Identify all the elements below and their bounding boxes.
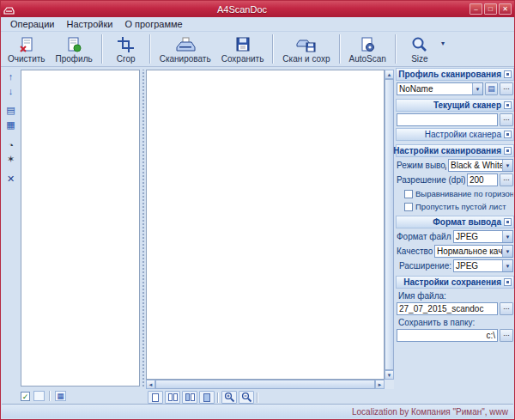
size-button-label: Size: [411, 54, 427, 64]
chevron-down-icon[interactable]: ▼: [472, 83, 482, 94]
output-mode-combo[interactable]: Black & White ▼: [448, 159, 513, 172]
thumbnail-grid-button[interactable]: ▦: [55, 391, 66, 401]
thumbnail-page-button[interactable]: [33, 391, 45, 401]
profile-combo[interactable]: NoName ▼: [397, 82, 483, 95]
clear-button[interactable]: Очистить: [3, 33, 51, 65]
toolbar-separator: [257, 393, 258, 403]
profile-browse-button[interactable]: ...: [500, 82, 513, 95]
scanner-settings-bar[interactable]: Настройки сканера: [396, 128, 514, 141]
toolbar-separator: [272, 34, 274, 64]
toolbar-separator: [101, 34, 103, 64]
skip-blank-checkbox[interactable]: [404, 203, 413, 211]
view-toolbar: [148, 391, 259, 404]
profile-section-header: Профиль сканирования: [396, 68, 514, 81]
scan-button[interactable]: Сканировать: [154, 33, 216, 65]
quality-value: Нормальное качество: [435, 246, 502, 257]
view-two-pages-button[interactable]: [165, 391, 180, 404]
panel-splitter[interactable]: [141, 70, 145, 387]
minimize-button[interactable]: –: [470, 3, 482, 15]
save-page-button[interactable]: ▤: [3, 104, 18, 117]
effects-button[interactable]: ✶: [3, 153, 18, 166]
vertical-scrollbar[interactable]: ▲ ▼: [385, 70, 394, 380]
save-button[interactable]: Сохранить: [216, 33, 270, 65]
chevron-down-icon[interactable]: ▼: [502, 160, 512, 171]
scan-settings-title: Настройки сканирования: [393, 146, 501, 155]
crop-button[interactable]: Crop: [106, 33, 146, 65]
zoom-out-button[interactable]: [239, 391, 254, 404]
scanner-combo[interactable]: [397, 113, 498, 126]
size-button[interactable]: Size: [400, 33, 439, 65]
window-titlebar: A4ScanDoc – □ ✕: [1, 1, 514, 17]
align-horizontal-checkbox[interactable]: [404, 190, 413, 198]
scroll-down-button[interactable]: ▼: [385, 370, 394, 380]
preview-canvas[interactable]: [146, 70, 385, 380]
select-all-checkbox[interactable]: ✓: [21, 392, 30, 401]
scanner-browse-button[interactable]: ...: [500, 113, 513, 126]
scroll-right-button[interactable]: ►: [375, 380, 385, 389]
file-format-value: JPEG: [454, 231, 502, 242]
scanner-section-title: Текущий сканер: [433, 100, 501, 110]
chevron-down-icon[interactable]: ▼: [502, 231, 512, 242]
move-up-button[interactable]: ↑: [3, 70, 18, 82]
scroll-left-button[interactable]: ◄: [146, 380, 155, 389]
scroll-up-button[interactable]: ▲: [385, 70, 394, 79]
chevron-down-icon[interactable]: ▼: [502, 260, 512, 271]
size-icon: [410, 35, 429, 53]
save-icon: [233, 35, 252, 53]
menu-item-about[interactable]: О программе: [118, 18, 188, 30]
maximize-button[interactable]: □: [484, 3, 497, 15]
filename-label: Имя файла:: [398, 291, 513, 301]
folder-browse-button[interactable]: ...: [500, 329, 513, 342]
folder-label: Сохранить в папку:: [398, 318, 513, 327]
clear-icon: [17, 35, 36, 53]
two-pages-icon: [173, 393, 178, 401]
scrollbar-corner: [385, 380, 394, 389]
collapse-icon[interactable]: [504, 70, 512, 78]
scanner-combo-value: [397, 114, 497, 125]
horizontal-scrollbar[interactable]: ◄ ►: [146, 380, 385, 389]
window-title: A4ScanDoc: [15, 4, 470, 15]
thumbnail-list[interactable]: [21, 70, 140, 387]
collapse-icon[interactable]: [504, 218, 512, 226]
collapse-icon[interactable]: [504, 278, 512, 286]
view-facing-pages-button[interactable]: [182, 391, 197, 404]
file-format-combo[interactable]: JPEG ▼: [453, 230, 513, 243]
vertical-scroll-thumb[interactable]: [385, 79, 394, 370]
quality-combo[interactable]: Нормальное качество ▼: [434, 245, 513, 258]
facing-pages-icon: [185, 393, 190, 401]
scanner-section-header: Текущий сканер: [396, 99, 514, 112]
autoscan-button[interactable]: AutoScan: [344, 33, 391, 65]
scan-save-icon: [296, 35, 317, 53]
close-button[interactable]: ✕: [499, 3, 512, 15]
size-dropdown-icon[interactable]: ▾: [439, 33, 446, 47]
extension-combo[interactable]: JPEG ▼: [453, 259, 513, 272]
profile-button[interactable]: Профиль: [51, 33, 98, 65]
scan-icon: [175, 35, 196, 53]
delete-page-button[interactable]: ✕: [3, 173, 18, 186]
clear-button-label: Очистить: [8, 54, 45, 64]
profile-save-button[interactable]: ▤: [485, 82, 498, 95]
view-fit-page-button[interactable]: [199, 391, 215, 404]
collapse-icon[interactable]: [504, 147, 512, 155]
filename-browse-button[interactable]: ...: [500, 302, 513, 315]
move-down-button[interactable]: ↓: [3, 84, 18, 97]
collapse-icon[interactable]: [504, 131, 512, 138]
scan-save-button-label: Скан и сохр: [282, 54, 330, 64]
left-toolbar: ↑ ↓ ▤ ▦ ◔ ✶ ✕: [3, 70, 19, 186]
menu-item-operations[interactable]: Операции: [4, 18, 60, 30]
dpi-field[interactable]: 200: [467, 173, 498, 186]
toolbar-separator: [49, 391, 51, 401]
image-button[interactable]: ▦: [3, 119, 18, 131]
menu-item-settings[interactable]: Настройки: [60, 18, 118, 30]
scan-settings-header: Настройки сканирования: [396, 144, 514, 157]
view-single-page-button[interactable]: [148, 391, 163, 404]
zoom-in-button[interactable]: [221, 391, 237, 404]
scan-save-button[interactable]: Скан и сохр: [277, 33, 335, 65]
chevron-down-icon[interactable]: ▼: [502, 246, 512, 257]
horizontal-scroll-thumb[interactable]: [155, 380, 375, 389]
rotate-button[interactable]: ◔: [3, 138, 18, 151]
folder-field[interactable]: c:\: [397, 329, 498, 342]
filename-field[interactable]: 27_07_2015_scandoc: [397, 302, 498, 315]
collapse-icon[interactable]: [504, 101, 512, 109]
dpi-browse-button[interactable]: ...: [500, 173, 513, 186]
